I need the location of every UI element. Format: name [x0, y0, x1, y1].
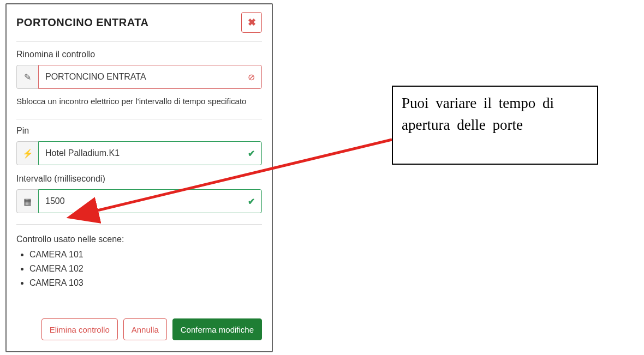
pin-label: Pin [16, 126, 262, 136]
interval-input-group: ▦ 1500 ✔ [16, 189, 262, 213]
dialog-header: PORTONCINO ENTRATA ✖ [16, 12, 262, 33]
calculator-icon: ▦ [16, 189, 38, 213]
rename-input[interactable]: PORTONCINO ENTRATA ⊘ [38, 65, 262, 89]
helper-text: Sblocca un incontro elettrico per l'inte… [16, 97, 262, 106]
rename-value: PORTONCINO ENTRATA [45, 72, 146, 82]
warning-icon: ⊘ [248, 72, 255, 82]
list-item: CAMERA 103 [29, 276, 262, 290]
delete-button[interactable]: Elimina controllo [41, 318, 118, 340]
confirm-button[interactable]: Conferma modifiche [172, 318, 262, 340]
divider [16, 224, 262, 225]
close-button[interactable]: ✖ [241, 12, 262, 33]
interval-value: 1500 [45, 196, 65, 206]
pin-input[interactable]: Hotel Palladium.K1 ✔ [38, 141, 262, 165]
annotation-text: Puoi variare il tempo di apertura delle … [402, 92, 588, 136]
divider [16, 119, 262, 119]
pin-input-group: ⚡ Hotel Palladium.K1 ✔ [16, 141, 262, 165]
scenes-heading: Controllo usato nelle scene: [16, 234, 262, 244]
rename-label: Rinomina il controllo [16, 50, 262, 59]
dialog-title: PORTONCINO ENTRATA [16, 16, 148, 29]
cancel-button[interactable]: Annulla [123, 318, 167, 340]
edit-icon: ✎ [16, 65, 38, 89]
list-item: CAMERA 102 [29, 262, 262, 276]
list-item: CAMERA 101 [29, 248, 262, 262]
interval-label: Intervallo (millisecondi) [16, 174, 262, 184]
close-icon: ✖ [248, 16, 256, 28]
divider [16, 41, 262, 42]
check-icon: ✔ [248, 196, 255, 207]
interval-input[interactable]: 1500 ✔ [38, 189, 262, 213]
scenes-list: CAMERA 101 CAMERA 102 CAMERA 103 [29, 248, 262, 290]
rename-input-group: ✎ PORTONCINO ENTRATA ⊘ [16, 65, 262, 89]
edit-control-dialog: PORTONCINO ENTRATA ✖ Rinomina il control… [5, 3, 273, 352]
dialog-footer: Elimina controllo Annulla Conferma modif… [16, 313, 262, 340]
plug-icon: ⚡ [16, 141, 38, 165]
check-icon: ✔ [248, 148, 255, 159]
pin-value: Hotel Palladium.K1 [45, 148, 120, 158]
annotation-box: Puoi variare il tempo di apertura delle … [392, 86, 598, 165]
